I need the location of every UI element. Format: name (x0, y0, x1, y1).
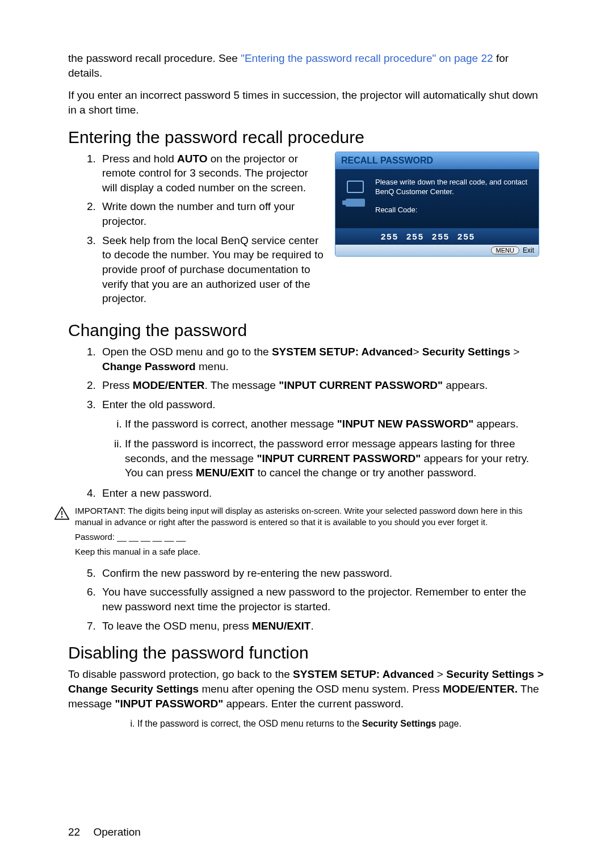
osd-exit-label: Exit (523, 246, 534, 254)
list-item: Confirm the new password by re-entering … (99, 566, 545, 581)
intro-para-1: the password recall procedure. See "Ente… (68, 51, 545, 80)
important-note: IMPORTANT: The digits being input will d… (75, 505, 545, 529)
change-password-list: Open the OSD menu and go to the SYSTEM S… (68, 345, 545, 501)
list-item: Seek help from the local BenQ service ce… (99, 233, 324, 306)
intro-para-2: If you enter an incorrect password 5 tim… (68, 88, 545, 117)
osd-projector-icon (343, 177, 367, 219)
list-item: Open the OSD menu and go to the SYSTEM S… (99, 345, 545, 374)
password-blank-line: Password: __ __ __ __ __ __ (75, 531, 545, 543)
osd-menu-button[interactable]: MENU (491, 246, 519, 254)
change-password-list-cont: Confirm the new password by re-entering … (68, 566, 545, 634)
list-item: You have successfully assigned a new pas… (99, 585, 545, 614)
list-item: If the password is correct, the OSD menu… (137, 719, 545, 729)
password-recall-link[interactable]: "Entering the password recall procedure"… (241, 52, 493, 64)
list-item: Enter the old password. If the password … (99, 397, 545, 480)
heading-disable-password: Disabling the password function (68, 643, 545, 662)
list-item: Enter a new password. (99, 486, 545, 501)
safe-place-note: Keep this manual in a safe place. (75, 546, 545, 557)
osd-recall-password: RECALL PASSWORD Please write down the re… (335, 152, 539, 257)
list-item: To leave the OSD menu, press MENU/EXIT. (99, 619, 545, 634)
disable-password-para: To disable password protection, go back … (68, 667, 545, 711)
list-item: If the password is correct, another mess… (125, 417, 545, 431)
page-number: 22 (68, 826, 80, 838)
list-item: If the password is incorrect, the passwo… (125, 437, 545, 480)
osd-message: Please write down the recall code, and c… (375, 177, 531, 197)
svg-point-2 (61, 516, 63, 518)
osd-recall-label: Recall Code: (375, 205, 531, 215)
heading-changing-password: Changing the password (68, 321, 545, 340)
footer-section: Operation (93, 826, 140, 838)
list-item: Press MODE/ENTER. The message "INPUT CUR… (99, 378, 545, 393)
osd-recall-code: 255255255255 (335, 228, 539, 245)
heading-recall-procedure: Entering the password recall procedure (68, 128, 545, 147)
disable-sub-list: If the password is correct, the OSD menu… (92, 719, 545, 729)
caution-icon (54, 506, 69, 520)
recall-steps-list: Press and hold AUTO on the projector or … (68, 152, 324, 306)
page-footer: 22 Operation (68, 826, 141, 838)
osd-title: RECALL PASSWORD (335, 152, 539, 169)
list-item: Press and hold AUTO on the projector or … (99, 152, 324, 195)
list-item: Write down the number and turn off your … (99, 199, 324, 228)
